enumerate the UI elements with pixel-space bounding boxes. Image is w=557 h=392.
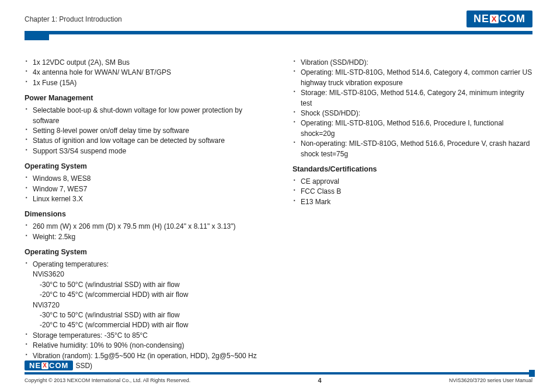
power-management-heading: Power Management bbox=[25, 94, 264, 102]
list-item: 1x 12VDC output (2A), SM Bus bbox=[25, 58, 264, 68]
header-accent-block bbox=[25, 34, 49, 40]
operating-temp-label: Operating temperatures: bbox=[33, 260, 264, 270]
list-item: Windows 8, WES8 bbox=[25, 174, 264, 184]
list-item: Storage: MIL-STD-810G, Method 514.6, Cat… bbox=[293, 88, 532, 108]
left-column: 1x 12VDC output (2A), SM Bus 4x antenna … bbox=[25, 58, 264, 374]
brand-logo: NE X COM bbox=[467, 10, 532, 27]
power-management-list: Selectable boot-up & shut-down voltage f… bbox=[25, 106, 264, 156]
list-item: Status of ignition and low voltage can b… bbox=[25, 136, 264, 146]
operating-system-heading: Operating System bbox=[25, 162, 264, 170]
logo-x-icon: X bbox=[41, 362, 48, 369]
footer-brand-logo: NE X COM bbox=[25, 360, 73, 370]
temp-range: -20°C to 45°C (w/commercial HDD) with ai… bbox=[33, 290, 264, 300]
list-item: Operating temperatures: NViS3620 -30°C t… bbox=[25, 260, 264, 331]
page-number: 4 bbox=[318, 377, 322, 384]
list-item: Shock (SSD/HDD): bbox=[293, 108, 532, 118]
list-item: Relative humidity: 10% to 90% (non-conde… bbox=[25, 341, 264, 351]
operating-system-list: Windows 8, WES8 Window 7, WES7 Linux ker… bbox=[25, 174, 264, 204]
list-item: Storage temperatures: -35°C to 85°C bbox=[25, 331, 264, 341]
right-column: Vibration (SSD/HDD): Operating: MIL-STD-… bbox=[293, 58, 532, 374]
logo-x-icon: X bbox=[490, 15, 499, 23]
list-item: 1x Fuse (15A) bbox=[25, 78, 264, 88]
copyright-text: Copyright © 2013 NEXCOM International Co… bbox=[25, 377, 190, 383]
list-item: Linux kernel 3.X bbox=[25, 194, 264, 204]
environment-heading: Operating System bbox=[25, 248, 264, 256]
list-item: Non-operating: MIL-STD-810G, Method 516.… bbox=[293, 139, 532, 159]
temp-range: -30°C to 50°C (w/industrial SSD) with ai… bbox=[33, 280, 264, 290]
dimensions-heading: Dimensions bbox=[25, 210, 264, 218]
dimensions-list: 260 mm (W) x 206 mm (D) x 79.5 mm (H) (1… bbox=[25, 222, 264, 242]
list-item: FCC Class B bbox=[293, 187, 532, 197]
list-item: Setting 8-level power on/off delay time … bbox=[25, 126, 264, 136]
logo-text-right: COM bbox=[499, 13, 525, 25]
list-item: CE approval bbox=[293, 177, 532, 187]
list-item: Support S3/S4 suspend mode bbox=[25, 146, 264, 156]
standards-list: CE approval FCC Class B E13 Mark bbox=[293, 177, 532, 207]
model-name: NViS3620 bbox=[33, 270, 264, 279]
list-item: E13 Mark bbox=[293, 197, 532, 207]
list-item: 260 mm (W) x 206 mm (D) x 79.5 mm (H) (1… bbox=[25, 222, 264, 232]
footer-cap-icon bbox=[529, 370, 535, 377]
footer-divider bbox=[25, 372, 532, 374]
header-divider bbox=[25, 31, 532, 34]
io-list: 1x 12VDC output (2A), SM Bus 4x antenna … bbox=[25, 58, 264, 88]
standards-heading: Standards/Certifications bbox=[293, 165, 532, 173]
document-title: NViS3620/3720 series User Manual bbox=[449, 377, 532, 383]
page-footer: NE X COM Copyright © 2013 NEXCOM Interna… bbox=[25, 372, 532, 384]
list-item: Operating: MIL-STD-810G, Method 516.6, P… bbox=[293, 118, 532, 139]
list-item: Vibration (SSD/HDD): bbox=[293, 58, 532, 68]
temp-range: -30°C to 50°C (w/industrial SSD) with ai… bbox=[33, 310, 264, 320]
list-item: Operating: MIL-STD-810G, Method 514.6, C… bbox=[293, 68, 532, 88]
temp-range: -20°C to 45°C (w/commercial HDD) with ai… bbox=[33, 320, 264, 330]
chapter-title: Chapter 1: Product Introduction bbox=[25, 15, 122, 23]
logo-text-left: NE bbox=[474, 13, 489, 25]
list-item: Window 7, WES7 bbox=[25, 184, 264, 194]
model-name: NVi3720 bbox=[33, 300, 264, 310]
environment-list: Operating temperatures: NViS3620 -30°C t… bbox=[25, 260, 264, 371]
list-item: Weight: 2.5kg bbox=[25, 232, 264, 242]
list-item: Selectable boot-up & shut-down voltage f… bbox=[25, 106, 264, 126]
vibration-shock-list: Vibration (SSD/HDD): Operating: MIL-STD-… bbox=[293, 58, 532, 159]
list-item: 4x antenna hole for WWAN/ WLAN/ BT/GPS bbox=[25, 68, 264, 78]
logo-text-right: COM bbox=[49, 361, 68, 370]
logo-text-left: NE bbox=[29, 361, 41, 370]
